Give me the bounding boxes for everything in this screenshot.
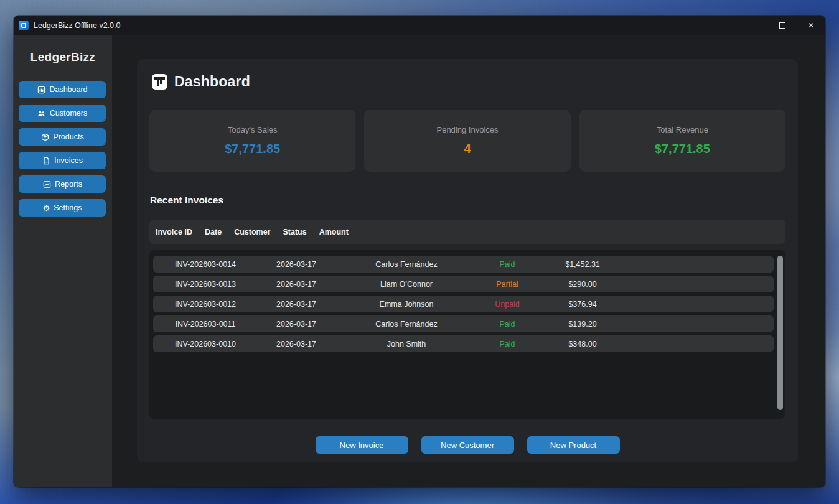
close-button[interactable]: ✕ bbox=[797, 16, 825, 35]
cell-date: 2026-03-17 bbox=[258, 300, 335, 309]
minimize-button[interactable] bbox=[739, 16, 768, 35]
app-window: LedgerBizz Offline v2.0.0 ✕ LedgerBizz D… bbox=[14, 16, 825, 487]
stat-card: Today's Sales $7,771.85 bbox=[149, 110, 355, 172]
recent-invoices-heading: Recent Invoices bbox=[149, 195, 785, 206]
cell-invoice-id: INV-202603-0010 bbox=[153, 340, 258, 348]
cell-invoice-id: INV-202603-0011 bbox=[153, 320, 258, 329]
sidebar-item-customers[interactable]: Customers bbox=[19, 105, 106, 122]
sidebar-item-products[interactable]: Products bbox=[19, 128, 106, 146]
package-icon bbox=[40, 133, 49, 141]
cell-date: 2026-03-17 bbox=[258, 320, 335, 329]
window-title: LedgerBizz Offline v2.0.0 bbox=[34, 21, 120, 30]
stat-label: Today's Sales bbox=[228, 125, 278, 134]
sidebar-item-label: Reports bbox=[55, 180, 82, 189]
page-title: Dashboard bbox=[174, 73, 250, 90]
main-area: Dashboard Today's Sales $7,771.85 Pendin… bbox=[112, 35, 825, 487]
gear-icon: ⚙ bbox=[43, 204, 50, 212]
cell-customer: Carlos Fernández bbox=[335, 320, 478, 329]
sidebar-item-settings[interactable]: ⚙ Settings bbox=[19, 199, 106, 217]
stat-label: Total Revenue bbox=[657, 125, 708, 134]
column-header: Customer bbox=[234, 228, 270, 236]
cell-date: 2026-03-17 bbox=[258, 280, 335, 289]
sidebar-item-label: Settings bbox=[54, 203, 82, 212]
stat-card: Total Revenue $7,771.85 bbox=[579, 110, 785, 172]
sidebar-item-dashboard[interactable]: Dashboard bbox=[19, 81, 106, 98]
sidebar-item-label: Customers bbox=[50, 109, 87, 118]
invoice-row[interactable]: INV-202603-0013 2026-03-17 Liam O’Connor… bbox=[153, 276, 774, 292]
sidebar-item-label: Dashboard bbox=[49, 85, 87, 94]
stat-value: $7,771.85 bbox=[655, 142, 710, 156]
stat-label: Pending Invoices bbox=[436, 125, 498, 134]
sidebar-item-label: Products bbox=[53, 133, 83, 141]
invoice-row[interactable]: INV-202603-0014 2026-03-17 Carlos Fernán… bbox=[153, 256, 774, 273]
invoice-row[interactable]: INV-202603-0011 2026-03-17 Carlos Fernán… bbox=[153, 315, 774, 332]
cell-status: Paid bbox=[478, 320, 537, 329]
invoice-table: INV-202603-0014 2026-03-17 Carlos Fernán… bbox=[149, 250, 785, 419]
column-header: Date bbox=[205, 228, 222, 236]
minimize-icon bbox=[751, 26, 757, 26]
dashboard-panel: Dashboard Today's Sales $7,771.85 Pendin… bbox=[137, 59, 798, 462]
stat-value: $7,771.85 bbox=[225, 142, 280, 156]
new-invoice-button[interactable]: New Invoice bbox=[316, 436, 408, 454]
cell-date: 2026-03-17 bbox=[258, 340, 335, 348]
sidebar-nav: Dashboard Customers Products Invoices Re… bbox=[14, 81, 112, 217]
cell-status: Unpaid bbox=[478, 300, 537, 309]
cell-amount: $1,452.31 bbox=[537, 260, 629, 269]
cell-amount: $139.20 bbox=[537, 320, 629, 329]
quick-actions: New Invoice New Customer New Product bbox=[149, 436, 785, 454]
column-header: Amount bbox=[319, 228, 349, 236]
document-icon bbox=[42, 156, 50, 165]
maximize-icon bbox=[779, 22, 785, 29]
invoice-row[interactable]: INV-202603-0012 2026-03-17 Emma Johnson … bbox=[153, 296, 774, 312]
column-header: Status bbox=[283, 228, 306, 236]
cell-invoice-id: INV-202603-0013 bbox=[153, 280, 258, 289]
cell-invoice-id: INV-202603-0012 bbox=[153, 300, 258, 309]
cell-status: Partial bbox=[478, 280, 537, 289]
cell-customer: Liam O’Connor bbox=[335, 280, 478, 289]
page-header: Dashboard bbox=[149, 73, 785, 90]
close-icon: ✕ bbox=[808, 22, 814, 29]
new-product-button[interactable]: New Product bbox=[527, 436, 620, 454]
cell-customer: Emma Johnson bbox=[335, 300, 478, 309]
table-scrollbar[interactable] bbox=[777, 256, 783, 410]
people-icon bbox=[37, 109, 46, 118]
stat-card: Pending Invoices 4 bbox=[364, 110, 570, 172]
app-brand: LedgerBizz bbox=[14, 50, 112, 64]
new-customer-button[interactable]: New Customer bbox=[421, 436, 514, 454]
cell-invoice-id: INV-202603-0014 bbox=[153, 260, 258, 269]
column-header: Invoice ID bbox=[156, 228, 192, 236]
sidebar-item-reports[interactable]: Reports bbox=[19, 175, 106, 193]
cell-date: 2026-03-17 bbox=[258, 260, 335, 269]
invoice-table-header: Invoice ID Date Customer Status Amount bbox=[149, 220, 785, 244]
cell-status: Paid bbox=[478, 340, 537, 348]
bar-chart-icon bbox=[37, 85, 45, 94]
stats-row: Today's Sales $7,771.85 Pending Invoices… bbox=[149, 110, 785, 172]
sidebar: LedgerBizz Dashboard Customers Products … bbox=[14, 35, 112, 487]
titlebar: LedgerBizz Offline v2.0.0 ✕ bbox=[14, 16, 825, 35]
bar-chart-icon bbox=[152, 74, 167, 90]
app-logo-icon bbox=[19, 21, 29, 30]
cell-status: Paid bbox=[478, 260, 537, 269]
cell-amount: $376.94 bbox=[537, 300, 629, 309]
invoice-row[interactable]: INV-202603-0010 2026-03-17 John Smith Pa… bbox=[153, 335, 774, 352]
report-chart-icon bbox=[42, 180, 51, 189]
cell-customer: John Smith bbox=[335, 340, 478, 348]
cell-amount: $348.00 bbox=[537, 340, 629, 348]
cell-amount: $290.00 bbox=[537, 280, 629, 289]
sidebar-item-invoices[interactable]: Invoices bbox=[19, 152, 106, 169]
stat-value: 4 bbox=[464, 142, 471, 156]
cell-customer: Carlos Fernández bbox=[335, 260, 478, 269]
sidebar-item-label: Invoices bbox=[54, 156, 83, 165]
maximize-button[interactable] bbox=[768, 16, 797, 35]
